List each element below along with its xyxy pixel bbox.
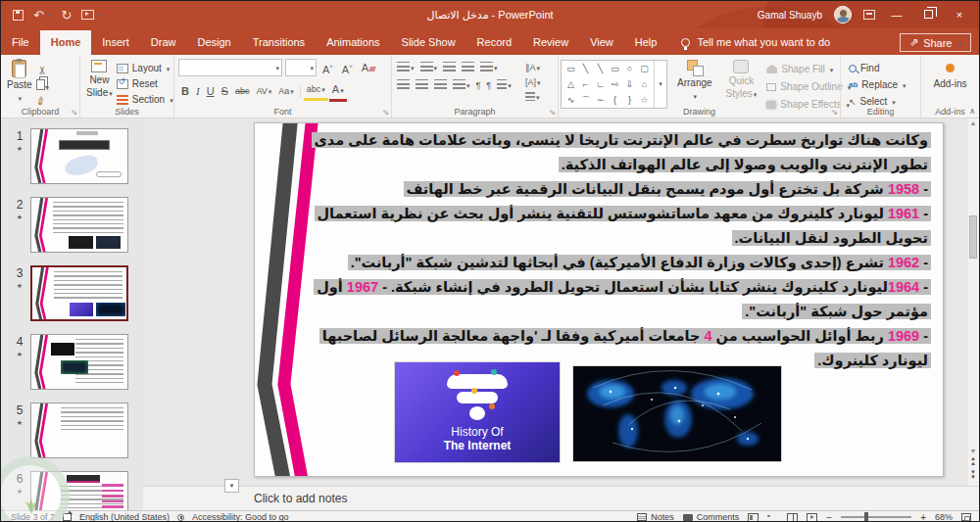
addins-button[interactable]: Add-ins bbox=[923, 58, 977, 105]
scribble-shape-icon[interactable]: ∿ bbox=[564, 92, 578, 108]
font-dialog-launcher-icon[interactable]: ⇘ bbox=[382, 108, 389, 117]
grow-font-button[interactable]: A˄ bbox=[319, 59, 336, 77]
zoom-slider-thumb[interactable] bbox=[864, 512, 868, 522]
normal-view-button[interactable] bbox=[748, 513, 759, 522]
new-slide-button[interactable]: New Slide bbox=[82, 58, 117, 105]
tab-animations[interactable]: Animations bbox=[316, 30, 390, 55]
slide-show-button[interactable] bbox=[807, 513, 817, 522]
tab-view[interactable]: View bbox=[579, 30, 624, 55]
align-left-button[interactable] bbox=[394, 78, 413, 91]
language-icon[interactable] bbox=[63, 513, 72, 521]
vertical-scrollbar[interactable]: ▲ ▼ ▲▲ ▼▼ bbox=[966, 119, 979, 486]
bullets-button[interactable] bbox=[394, 61, 417, 73]
oval-shape-icon[interactable]: ○ bbox=[622, 61, 637, 76]
ltr-direction-button[interactable]: ¶ bbox=[473, 78, 484, 91]
character-spacing-button[interactable]: AV bbox=[253, 83, 274, 100]
decrease-indent-button[interactable] bbox=[440, 61, 459, 73]
justify-button[interactable] bbox=[450, 78, 473, 91]
accessibility-icon[interactable] bbox=[177, 514, 184, 521]
save-icon[interactable] bbox=[13, 10, 24, 21]
collapse-ribbon-icon[interactable]: ∧ bbox=[969, 107, 975, 116]
close-button[interactable]: × bbox=[950, 9, 969, 21]
paragraph-dialog-launcher-icon[interactable]: ⇘ bbox=[549, 108, 556, 117]
replace-button[interactable]: abReplace bbox=[849, 77, 918, 92]
start-from-beginning-icon[interactable] bbox=[81, 10, 94, 20]
font-name-combo[interactable] bbox=[178, 59, 282, 76]
zoom-in-button[interactable]: + bbox=[920, 512, 926, 522]
section-button[interactable]: Section bbox=[117, 92, 173, 107]
shape-gallery-more-icon[interactable]: ▾ bbox=[654, 61, 666, 108]
restore-button[interactable] bbox=[918, 9, 938, 21]
tab-file[interactable]: File bbox=[1, 30, 40, 55]
notes-placeholder[interactable]: Click to add notes bbox=[254, 492, 347, 505]
tab-help[interactable]: Help bbox=[624, 30, 668, 55]
flag-shape-icon[interactable]: ⌂ bbox=[637, 76, 652, 92]
underline-button[interactable]: U bbox=[204, 83, 218, 99]
reset-button[interactable]: Reset bbox=[117, 76, 173, 91]
paste-button[interactable]: Paste bbox=[3, 58, 36, 105]
slide-thumbnail-3[interactable] bbox=[30, 265, 128, 321]
tab-design[interactable]: Design bbox=[186, 30, 241, 55]
freeform-shape-icon[interactable]: ⌐ bbox=[578, 76, 593, 92]
scrollbar-thumb[interactable] bbox=[969, 215, 977, 259]
customize-quick-access-icon[interactable] bbox=[97, 12, 102, 19]
minimize-button[interactable]: — bbox=[887, 9, 906, 21]
comments-toggle-button[interactable]: Comments bbox=[683, 512, 740, 522]
slide-thumbnail-5[interactable] bbox=[30, 403, 128, 458]
scroll-up-icon[interactable]: ▲ bbox=[967, 119, 979, 126]
tab-home[interactable]: Home bbox=[40, 30, 92, 55]
text-direction-button[interactable]: ∥A bbox=[522, 61, 556, 73]
tab-slide-show[interactable]: Slide Show bbox=[391, 30, 466, 55]
text-highlight-button[interactable]: abc bbox=[304, 81, 328, 101]
shrink-font-button[interactable]: A˅ bbox=[339, 59, 356, 77]
slide-sorter-view-button[interactable] bbox=[767, 515, 772, 519]
quick-styles-button[interactable]: Quick Styles bbox=[722, 58, 761, 105]
right-arrow-shape-icon[interactable]: ⇨ bbox=[608, 76, 622, 92]
align-right-button[interactable] bbox=[431, 78, 450, 91]
tab-review[interactable]: Review bbox=[522, 30, 579, 55]
convert-smartart-button[interactable] bbox=[522, 90, 556, 103]
accessibility-label[interactable]: Accessibility: Good to go bbox=[192, 512, 289, 522]
notes-toggle-button[interactable]: Notes bbox=[637, 512, 674, 522]
language-label[interactable]: English (United States) bbox=[79, 512, 170, 522]
reading-view-button[interactable] bbox=[787, 513, 798, 522]
rounded-rectangle-shape-icon[interactable]: ▢ bbox=[637, 61, 652, 76]
tab-insert[interactable]: Insert bbox=[91, 30, 140, 55]
clipboard-dialog-launcher-icon[interactable]: ⇘ bbox=[71, 108, 77, 117]
fit-slide-to-window-icon[interactable] bbox=[961, 513, 971, 521]
line-spacing-button[interactable] bbox=[477, 61, 501, 73]
down-arrow-shape-icon[interactable]: ⇩ bbox=[622, 76, 637, 92]
curve-shape-icon[interactable]: ∼ bbox=[593, 92, 608, 108]
tell-me-box[interactable]: Tell me what you want to do bbox=[681, 36, 830, 55]
drawing-dialog-launcher-icon[interactable]: ⇘ bbox=[831, 108, 838, 117]
shadow-button[interactable]: S bbox=[219, 83, 231, 99]
slide-canvas[interactable]: وكانت هناك تواريخ سطرت في عالم الإنترنت … bbox=[254, 122, 944, 477]
layout-button[interactable]: Layout bbox=[117, 61, 173, 75]
user-avatar[interactable] bbox=[834, 6, 852, 24]
undo-dropdown-icon[interactable] bbox=[47, 12, 52, 19]
bold-button[interactable]: B bbox=[178, 83, 192, 99]
left-brace-shape-icon[interactable]: { bbox=[608, 92, 622, 108]
italic-button[interactable]: I bbox=[193, 83, 203, 99]
world-map-image[interactable] bbox=[572, 365, 782, 462]
font-size-combo[interactable] bbox=[285, 59, 317, 76]
scroll-down-icon[interactable]: ▼ bbox=[967, 448, 979, 454]
columns-button[interactable] bbox=[494, 78, 514, 91]
align-text-button[interactable]: [A] bbox=[522, 75, 556, 88]
slide-thumbnail-6[interactable] bbox=[30, 471, 128, 510]
rectangle-shape-icon[interactable]: ▭ bbox=[608, 61, 622, 76]
triangle-shape-icon[interactable]: △ bbox=[564, 76, 578, 92]
zoom-slider[interactable] bbox=[841, 516, 911, 518]
tab-draw[interactable]: Draw bbox=[140, 30, 187, 55]
cut-icon[interactable]: ✂ bbox=[36, 62, 49, 75]
line-shape-icon[interactable]: ╲ bbox=[578, 61, 593, 76]
align-center-button[interactable] bbox=[413, 78, 431, 91]
elbow-shape-icon[interactable]: ∟ bbox=[593, 76, 608, 92]
right-brace-shape-icon[interactable]: } bbox=[622, 92, 637, 108]
tab-record[interactable]: Record bbox=[466, 30, 522, 55]
star-shape-icon[interactable]: ☆ bbox=[637, 92, 652, 108]
slide-thumbnail-1[interactable] bbox=[30, 128, 128, 184]
next-slide-button[interactable]: ▼▼ bbox=[967, 470, 979, 480]
slide-text-block[interactable]: وكانت هناك تواريخ سطرت في عالم الإنترنت … bbox=[314, 128, 931, 373]
find-button[interactable]: Find bbox=[849, 61, 918, 75]
